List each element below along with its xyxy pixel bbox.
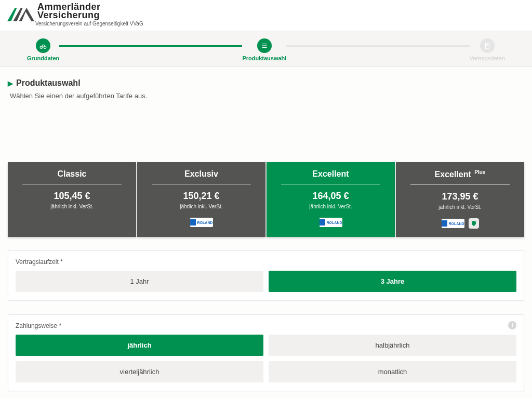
- page-title: Produktauswahl: [16, 78, 81, 88]
- bike-icon: [39, 42, 47, 49]
- roland-badge: ROLAND: [442, 219, 464, 228]
- tariff-price: 164,05 €: [277, 191, 384, 202]
- page-subtitle: Wählen Sie einen der aufgeführten Tarife…: [8, 92, 524, 100]
- progress-connector-2: [286, 45, 469, 47]
- panel-contract-term: Vertragslaufzeit * 1 Jahr 3 Jahre: [8, 250, 524, 301]
- list-icon: [261, 42, 268, 49]
- progress-step-grunddaten[interactable]: Grunddaten: [27, 38, 59, 61]
- svg-rect-5: [262, 44, 267, 44]
- tariff-price-note: jährlich inkl. VerSt.: [406, 204, 514, 210]
- tariff-name: Excellent: [312, 169, 349, 178]
- shield-icon: [471, 220, 477, 227]
- payment-label: Zahlungsweise *: [16, 322, 516, 329]
- divider: [152, 184, 251, 184]
- svg-rect-7: [262, 47, 267, 48]
- tariff-price-note: jährlich inkl. VerSt.: [277, 204, 384, 209]
- brand-logo[interactable]: Ammerländer Versicherung Versicherungsve…: [6, 2, 526, 26]
- progress-step-vertragsdaten: Vertragsdaten: [470, 38, 506, 61]
- brand-subline: Versicherungsverein auf Gegenseitigkeit …: [35, 21, 143, 26]
- section-title: ▶ Produktauswahl: [8, 78, 524, 88]
- tariff-price: 173,95 €: [406, 191, 514, 202]
- progress-label-3: Vertragsdaten: [470, 55, 506, 61]
- tariff-card-classic[interactable]: Classic 105,45 € jährlich inkl. VerSt.: [8, 162, 136, 237]
- page-header: Ammerländer Versicherung Versicherungsve…: [0, 0, 532, 31]
- tariff-name: Exclusiv: [184, 169, 218, 178]
- progress-step-produktauswahl[interactable]: Produktauswahl: [242, 38, 286, 61]
- payment-toggle: jährlich halbjährlich vierteljährlich mo…: [16, 335, 516, 382]
- roland-badge: ROLAND: [190, 218, 213, 227]
- caret-right-icon: ▶: [8, 79, 13, 87]
- tariff-name: Classic: [57, 169, 86, 178]
- progress-label-1: Grunddaten: [27, 55, 59, 61]
- progress-connector-1: [59, 45, 242, 47]
- divider: [281, 184, 380, 184]
- brand-text: Ammerländer Versicherung Versicherungsve…: [35, 2, 143, 26]
- panel-payment: i Zahlungsweise * jährlich halbjährlich …: [8, 314, 524, 391]
- roland-badge: ROLAND: [320, 218, 342, 227]
- tariff-name-sup: Plus: [474, 169, 485, 175]
- payment-option-jaehrlich[interactable]: jährlich: [16, 335, 263, 356]
- contract-term-label: Vertragslaufzeit *: [16, 258, 516, 266]
- progress-bar: Grunddaten Produktauswahl Vertragsdaten: [0, 31, 532, 67]
- term-option-3jahre[interactable]: 3 Jahre: [269, 271, 516, 292]
- divider: [410, 184, 510, 185]
- payment-option-vierteljaehrlich[interactable]: vierteljährlich: [16, 361, 263, 382]
- payment-option-halbjaehrlich[interactable]: halbjährlich: [269, 335, 516, 356]
- document-icon: [484, 42, 491, 49]
- main-content: ▶ Produktauswahl Wählen Sie einen der au…: [4, 67, 528, 398]
- svg-rect-6: [262, 45, 267, 46]
- shield-badge: [469, 218, 479, 229]
- tariff-price: 105,45 €: [18, 191, 126, 202]
- tariff-price-note: jährlich inkl. VerSt.: [18, 204, 126, 209]
- tariff-card-exclusiv[interactable]: Exclusiv 150,21 € jährlich inkl. VerSt. …: [137, 162, 265, 237]
- divider: [22, 184, 122, 184]
- tariff-price: 150,21 €: [148, 191, 255, 202]
- brand-name-line2: Versicherung: [37, 10, 143, 20]
- term-option-1jahr[interactable]: 1 Jahr: [16, 271, 263, 292]
- progress-label-2: Produktauswahl: [242, 55, 286, 61]
- logo-mark-icon: [6, 7, 35, 22]
- tariff-cards: Classic 105,45 € jährlich inkl. VerSt. E…: [8, 162, 524, 237]
- tariff-name: Excellent: [435, 170, 471, 179]
- tariff-card-excellent-plus[interactable]: Excellent Plus 173,95 € jährlich inkl. V…: [396, 162, 524, 237]
- tariff-price-note: jährlich inkl. VerSt.: [148, 204, 255, 209]
- contract-term-toggle: 1 Jahr 3 Jahre: [16, 271, 516, 292]
- payment-option-monatlich[interactable]: monatlich: [269, 361, 516, 382]
- tariff-card-excellent[interactable]: Excellent 164,05 € jährlich inkl. VerSt.…: [267, 162, 395, 237]
